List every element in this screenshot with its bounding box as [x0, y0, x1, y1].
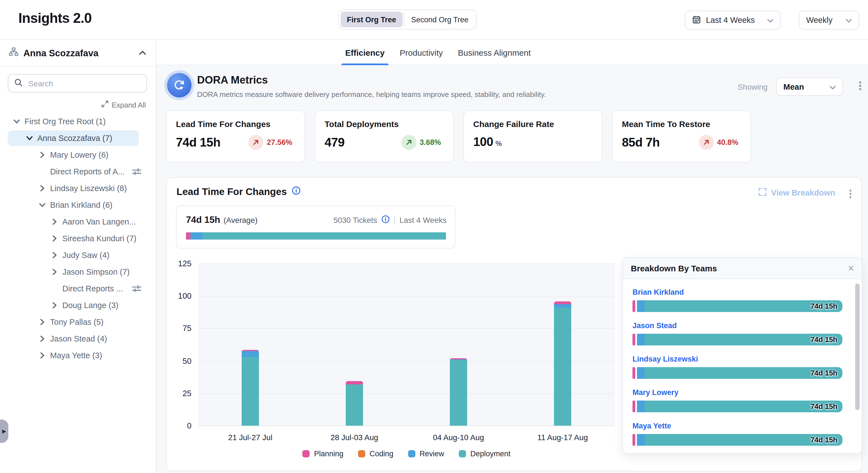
legend-label: Deployment: [470, 450, 510, 458]
trend-up-icon: [699, 135, 713, 150]
aggregation-dropdown[interactable]: Mean: [776, 78, 843, 96]
chevron-right-icon[interactable]: [51, 235, 58, 242]
close-icon[interactable]: ×: [848, 263, 854, 273]
chevron-down-icon: [830, 82, 836, 91]
chevron-right-icon[interactable]: [51, 269, 58, 275]
tree-item[interactable]: Maya Yette (3): [0, 347, 156, 364]
y-axis-tick-label: 75: [169, 324, 191, 333]
granularity-dropdown[interactable]: Weekly: [799, 10, 859, 30]
tab-productivity[interactable]: Productivity: [400, 39, 443, 65]
page-title: Insights 2.0: [19, 10, 92, 26]
sidebar-header[interactable]: Anna Scozzafava: [0, 39, 156, 67]
chevron-right-icon[interactable]: [39, 151, 45, 158]
chevron-right-icon[interactable]: [51, 218, 58, 225]
metric-card-value: 100: [473, 135, 493, 149]
sidebar-collapse-handle[interactable]: ▶: [0, 419, 8, 443]
aggregation-value: Mean: [783, 82, 825, 91]
tree-item-label: Mary Lowery (6): [50, 150, 108, 159]
breakdown-member-link[interactable]: Mary Lowery: [632, 388, 678, 397]
bar-segment-planning: [632, 334, 635, 346]
lead-time-kebab-menu[interactable]: [847, 187, 854, 200]
view-breakdown-button[interactable]: View Breakdown: [758, 188, 835, 198]
tree-item[interactable]: Direct Reports of A...: [0, 163, 156, 180]
sidebar-root-name: Anna Scozzafava: [23, 48, 98, 58]
date-range-dropdown[interactable]: Last 4 Weeks: [685, 10, 781, 30]
dora-metrics-title: DORA Metrics: [197, 74, 268, 86]
breakdown-value: 74d 15h: [810, 436, 837, 444]
breakdown-value: 74d 15h: [810, 335, 837, 344]
average-stacked-bar: [186, 232, 446, 240]
chevron-down-icon: [846, 16, 852, 25]
expand-all-button[interactable]: Expand All: [0, 100, 146, 109]
expand-all-icon: [101, 100, 108, 109]
tree-item-label: Lindsay Liszewski (8): [50, 184, 127, 193]
app-header: Insights 2.0 First Org Tree Second Org T…: [0, 0, 868, 39]
tree-item[interactable]: Doug Lange (3): [0, 297, 156, 314]
tree-item[interactable]: Tony Pallas (5): [0, 314, 156, 330]
breakdown-item: Jason Stead 74d 15h: [632, 320, 862, 346]
tree-item-label: First Org Tree Root (1): [25, 117, 106, 126]
org-tree-toggle-second[interactable]: Second Org Tree: [405, 12, 475, 27]
tree-item[interactable]: Direct Reports ...: [0, 280, 156, 297]
chevron-down-icon[interactable]: [39, 202, 45, 208]
search-icon: [14, 78, 23, 89]
bar-segment-review: [554, 304, 571, 308]
tree-item[interactable]: Brian Kirkland (6): [0, 197, 156, 213]
chevron-down-icon[interactable]: [13, 118, 20, 125]
breakdown-member-link[interactable]: Brian Kirkland: [632, 288, 684, 296]
search-input[interactable]: [27, 78, 141, 88]
chevron-right-icon[interactable]: [39, 352, 45, 359]
legend-swatch: [358, 450, 365, 457]
breakdown-member-link[interactable]: Jason Stead: [632, 322, 677, 330]
average-summary-card: 74d 15h (Average) 5030 Tickets Last 4 We…: [176, 206, 456, 248]
info-icon[interactable]: [382, 215, 390, 225]
chevron-right-icon[interactable]: [51, 302, 58, 309]
breakdown-panel: Breakdown By Teams × Brian Kirkland 74d …: [622, 257, 862, 454]
legend-swatch: [408, 450, 415, 457]
tree-item[interactable]: Judy Saw (4): [0, 247, 156, 264]
bar-segment-planning: [632, 401, 635, 412]
breakdown-panel-body: Brian Kirkland 74d 15h Jason Stead 74d 1…: [623, 279, 862, 446]
tree-item[interactable]: Jason Simpson (7): [0, 264, 156, 280]
y-axis-tick-label: 100: [169, 291, 191, 300]
avg-bar-segment-review: [190, 232, 203, 240]
y-axis-tick-label: 25: [169, 389, 191, 398]
tree-item-label: Anna Scozzafava (7): [37, 134, 112, 143]
tree-item[interactable]: First Org Tree Root (1): [0, 113, 156, 130]
tree-item[interactable]: Lindsay Liszewski (8): [0, 180, 156, 197]
bar-segment-planning: [632, 367, 635, 379]
tree-item-label: Jason Simpson (7): [62, 267, 130, 276]
dora-kebab-menu[interactable]: [857, 79, 863, 92]
chevron-up-icon[interactable]: [139, 51, 146, 55]
gridline: [198, 264, 615, 264]
tree-item[interactable]: Mary Lowery (6): [0, 147, 156, 163]
stacked-bar-04-aug-10-aug: [450, 358, 467, 426]
chevron-down-icon[interactable]: [26, 135, 33, 142]
tree-item[interactable]: Aaron Van Langen...: [0, 213, 156, 230]
y-axis-tick-label: 125: [169, 259, 191, 268]
tab-efficiency[interactable]: Efficiency: [345, 39, 385, 65]
breakdown-member-link[interactable]: Maya Yette: [632, 422, 671, 430]
showing-label: Showing: [738, 83, 768, 91]
tree-item-label: Judy Saw (4): [62, 251, 110, 260]
breakdown-member-link[interactable]: Lindsay Liszewski: [632, 355, 698, 363]
tab-business-alignment[interactable]: Business Alignment: [458, 39, 531, 65]
org-tree-toggle-first[interactable]: First Org Tree: [341, 12, 402, 27]
chevron-right-icon[interactable]: [39, 185, 45, 191]
bar-segment-deployment: [450, 360, 467, 426]
trend-up-icon: [401, 135, 416, 150]
chevron-right-icon[interactable]: [39, 335, 45, 342]
tabs-bar: EfficiencyProductivityBusiness Alignment: [156, 39, 868, 65]
tree-item[interactable]: Sireesha Kunduri (7): [0, 230, 156, 247]
info-icon[interactable]: [292, 186, 301, 198]
tree-item[interactable]: Anna Scozzafava (7): [0, 130, 156, 147]
chevron-right-icon[interactable]: [51, 252, 58, 259]
metric-delta: 27.56%: [248, 135, 292, 150]
tree-item[interactable]: Jason Stead (4): [0, 330, 156, 347]
filter-sliders-icon[interactable]: [132, 168, 142, 176]
scrollbar-thumb[interactable]: [855, 284, 860, 410]
chevron-right-icon[interactable]: [39, 319, 45, 325]
y-axis-tick-label: 50: [169, 356, 191, 365]
breakdown-panel-title: Breakdown By Teams: [631, 264, 717, 273]
filter-sliders-icon[interactable]: [132, 285, 142, 293]
